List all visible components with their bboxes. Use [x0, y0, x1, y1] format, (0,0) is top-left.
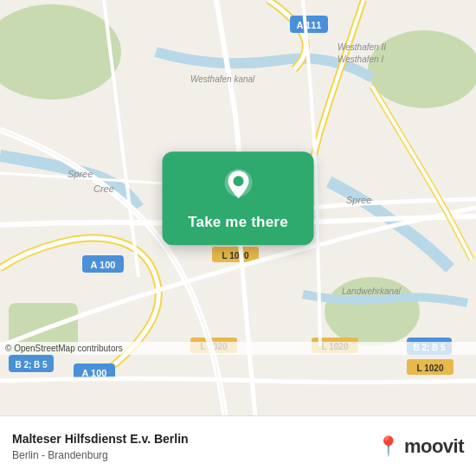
moovit-pin-icon: 📍: [376, 435, 400, 458]
location-card[interactable]: Take me there: [163, 151, 314, 245]
svg-point-30: [233, 176, 243, 186]
place-region: Berlin - Brandenburg: [12, 449, 368, 461]
svg-text:B 2; B 5: B 2; B 5: [15, 360, 48, 370]
svg-point-0: [0, 4, 121, 100]
svg-text:Westhafen II: Westhafen II: [338, 42, 386, 52]
take-me-there-button[interactable]: Take me there: [188, 214, 288, 231]
location-pin-icon: [219, 167, 257, 205]
svg-text:Landwehrkanal: Landwehrkanal: [342, 286, 402, 296]
svg-text:Cree: Cree: [93, 183, 114, 194]
moovit-logo-text: moovit: [404, 435, 464, 458]
info-bar: Malteser Hilfsdienst E.v. Berlin Berlin …: [0, 415, 476, 476]
svg-text:Westhafen I: Westhafen I: [338, 55, 383, 64]
map-container: A 100 A 111 B 2; B 5 B 2; B 5 A 100 L 10…: [0, 0, 476, 415]
svg-text:Westhafen kanal: Westhafen kanal: [190, 74, 255, 84]
copyright-notice: © OpenStreetMap contributors: [0, 342, 476, 355]
moovit-logo: 📍 moovit: [376, 435, 464, 458]
place-info: Malteser Hilfsdienst E.v. Berlin Berlin …: [12, 431, 368, 460]
svg-text:Spree: Spree: [346, 195, 371, 205]
svg-text:L 1000: L 1000: [222, 251, 249, 261]
place-name: Malteser Hilfsdienst E.v. Berlin: [12, 431, 368, 447]
svg-text:Spree: Spree: [68, 169, 93, 179]
copyright-text: © OpenStreetMap contributors: [5, 344, 123, 353]
svg-text:A 111: A 111: [297, 20, 322, 30]
svg-text:L 1020: L 1020: [417, 363, 444, 373]
svg-text:A 100: A 100: [91, 260, 116, 270]
